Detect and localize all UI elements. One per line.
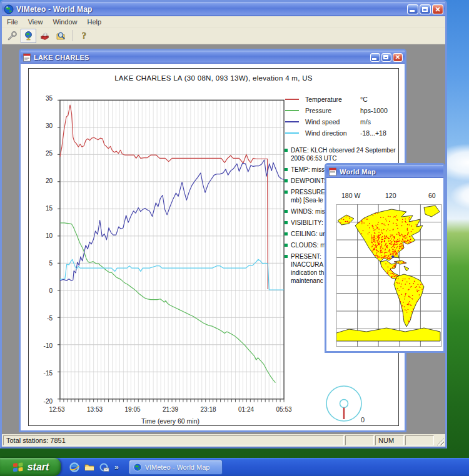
bullet-icon: [285, 179, 288, 182]
chart-window-title: LAKE CHARLES: [34, 54, 368, 61]
y-tick-label: 20: [34, 177, 53, 184]
x-tick-label: 23:18: [197, 406, 219, 413]
legend-color-swatch: [285, 110, 299, 111]
x-tick-label: 19:05: [121, 406, 144, 413]
world-map[interactable]: [336, 204, 441, 347]
taskbar-task-button[interactable]: VIMeteo - World Map: [129, 460, 223, 475]
resize-grip[interactable]: [435, 435, 444, 445]
wrench-tool-button[interactable]: [4, 29, 20, 43]
main-window-title: VIMeteo - World Map: [16, 5, 405, 14]
world-map-tool-button[interactable]: [21, 29, 36, 43]
help-tool-button[interactable]: ?: [76, 29, 92, 43]
legend-item: Temperature°C: [285, 94, 398, 105]
y-tick-label: -20: [34, 398, 53, 405]
legend-item: Pressurehps-1000: [285, 105, 398, 116]
ie-icon[interactable]: [68, 461, 81, 474]
start-button[interactable]: start: [0, 458, 61, 476]
bullet-icon: [285, 210, 288, 213]
chart-plot-area: [57, 98, 287, 405]
x-tick-label: 21:39: [159, 406, 182, 413]
chart-close-button[interactable]: ✕: [393, 53, 403, 62]
chart-maximize-button[interactable]: [381, 53, 391, 62]
legend-series-unit: -18...+18: [360, 129, 386, 137]
chart-window-titlebar[interactable]: LAKE CHARLES ✕: [21, 51, 405, 64]
menu-view[interactable]: View: [23, 17, 48, 26]
book-icon: [39, 31, 50, 41]
menu-file[interactable]: File: [2, 17, 23, 26]
chart-title-text: LAKE CHARLES LA (30 08N, 093 13W), eleva…: [29, 74, 398, 82]
legend-series-name: Wind direction: [305, 129, 360, 137]
chart-minimize-button[interactable]: [370, 53, 380, 62]
annotation-line: DATE: KLCH observed 24 September: [291, 146, 398, 154]
toolbar-separator: [72, 30, 73, 41]
status-bar: Total stations: 7851 NUM: [2, 434, 445, 447]
compass-value: 0: [356, 416, 369, 424]
bullet-icon: [285, 255, 288, 258]
screen: VIMeteo - World Map ✕ FileViewWindowHelp: [0, 0, 469, 476]
menu-help[interactable]: Help: [83, 17, 107, 26]
legend-series-name: Pressure: [305, 107, 360, 114]
y-tick-label: -5: [34, 315, 53, 322]
chevron-expand-icon[interactable]: »: [113, 463, 120, 472]
status-panel-blank: [405, 435, 434, 445]
y-tick-label: 35: [34, 95, 53, 102]
bullet-icon: [285, 232, 288, 236]
help-icon: ?: [79, 31, 89, 41]
longitude-label: 120: [385, 192, 396, 199]
status-panel-blank: [345, 435, 374, 445]
start-label: start: [28, 462, 49, 473]
legend-color-swatch: [285, 132, 299, 134]
y-tick-label: -15: [34, 370, 53, 377]
annotation-line: 2005 06:53 UTC: [291, 154, 398, 162]
document-icon: [328, 167, 337, 176]
legend-series-name: Wind speed: [305, 118, 360, 126]
svg-text:?: ?: [82, 31, 86, 41]
folder-icon[interactable]: [83, 461, 96, 474]
mdi-client-area: LAKE CHARLES ✕ LAKE CHARLES LA (30 08N, …: [2, 44, 445, 434]
legend-item: Wind direction-18...+18: [285, 127, 398, 139]
map-window-titlebar[interactable]: World Map: [326, 165, 443, 178]
windows-logo-icon: [12, 461, 24, 474]
chart-legend: Temperature°CPressurehps-1000Wind speedm…: [285, 94, 398, 139]
y-tick-label: 5: [34, 260, 53, 267]
y-tick-label: 10: [34, 232, 53, 239]
bullet-icon: [285, 168, 288, 171]
bullet-icon: [285, 244, 288, 247]
cloud: [450, 181, 469, 210]
x-tick-label: 05:53: [273, 406, 295, 413]
map-window-title: World Map: [340, 168, 441, 176]
status-total-stations: Total stations: 7851: [3, 435, 344, 445]
world-map-window: World Map 180 W12060: [325, 163, 445, 353]
menu-bar: FileViewWindowHelp: [2, 16, 445, 27]
x-axis-title: Time (every 60 min): [57, 417, 284, 425]
x-tick-label: 13:53: [84, 406, 106, 413]
maximize-button[interactable]: [420, 4, 431, 14]
search-icon: [56, 31, 66, 41]
legend-series-unit: °C: [360, 96, 368, 103]
longitude-label: 180 W: [341, 192, 360, 199]
menu-window[interactable]: Window: [48, 17, 82, 26]
wrench-icon: [7, 31, 18, 41]
legend-color-swatch: [285, 99, 299, 100]
close-button[interactable]: ✕: [432, 4, 443, 14]
legend-series-unit: m/s: [360, 118, 371, 126]
taskbar: start: [0, 458, 469, 476]
search-tool-button[interactable]: [53, 29, 69, 43]
legend-color-swatch: [285, 121, 299, 122]
y-tick-label: 0: [34, 287, 53, 294]
y-tick-label: 30: [34, 122, 53, 129]
app-globe-icon: [133, 463, 142, 472]
longitude-label: 60: [428, 192, 436, 199]
y-tick-label: 15: [34, 205, 53, 212]
bullet-icon: [285, 149, 288, 152]
main-window-titlebar[interactable]: VIMeteo - World Map ✕: [2, 2, 445, 16]
annotation-item: DATE: KLCH observed 24 September2005 06:…: [285, 146, 398, 162]
bullet-icon: [285, 191, 288, 194]
main-window: VIMeteo - World Map ✕ FileViewWindowHelp: [0, 0, 447, 449]
minimize-button[interactable]: [407, 4, 418, 14]
app-globe-icon: [4, 4, 14, 14]
log-book-tool-button[interactable]: [37, 29, 53, 43]
x-tick-label: 01:24: [235, 406, 258, 413]
mail-icon[interactable]: [98, 461, 111, 474]
legend-item: Wind speedm/s: [285, 116, 398, 127]
